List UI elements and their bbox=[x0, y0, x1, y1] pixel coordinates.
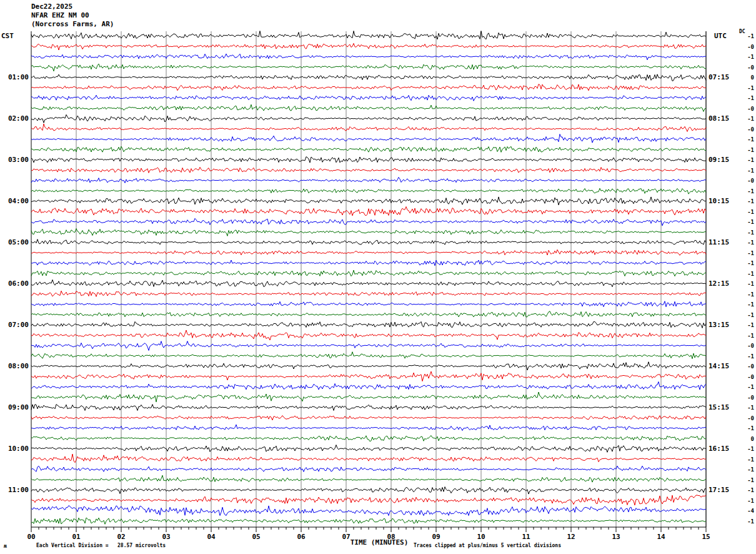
dc-value-label: -1 bbox=[731, 446, 754, 452]
dc-value-label: -1 bbox=[731, 116, 754, 122]
dc-value-label: -0 bbox=[731, 44, 754, 50]
trace-red-10:15 bbox=[31, 454, 706, 463]
left-hour-label: 03:00 bbox=[0, 156, 29, 164]
scale-note-gap bbox=[109, 543, 117, 548]
dc-value-label: -1 bbox=[731, 487, 754, 493]
dc-value-label: 0 bbox=[731, 74, 754, 81]
dc-value-label: -0 bbox=[731, 363, 754, 370]
dc-value-label: -0 bbox=[731, 395, 754, 401]
left-hour-label: 09:00 bbox=[0, 403, 29, 411]
trace-blue-03:30 bbox=[31, 178, 706, 183]
trace-blue-11:30 bbox=[31, 506, 706, 516]
x-tick-label: 14 bbox=[651, 533, 671, 541]
dc-value-label: -1 bbox=[731, 54, 754, 60]
trace-green-11:45 bbox=[31, 518, 706, 524]
trace-blue-07:30 bbox=[31, 341, 706, 351]
trace-blue-09:30 bbox=[31, 425, 706, 431]
scale-note-label: Each Vertical Division = bbox=[36, 543, 109, 548]
trace-black-09:00 bbox=[31, 405, 706, 411]
dc-value-label: -1 bbox=[731, 209, 754, 215]
dc-value-label: -0 bbox=[731, 126, 754, 133]
right-hour-label: 07:15 bbox=[709, 73, 729, 81]
dc-value-label: -1 bbox=[731, 291, 754, 298]
dc-value-label: -1 bbox=[731, 322, 754, 328]
trace-green-04:45 bbox=[31, 229, 706, 236]
dc-value-label: 0 bbox=[731, 436, 754, 442]
left-hour-label: 02:00 bbox=[0, 114, 29, 123]
trace-black-01:00 bbox=[31, 74, 706, 81]
dc-value-label: -1 bbox=[731, 85, 754, 91]
x-tick-label: 12 bbox=[561, 533, 581, 541]
trace-black-04:00 bbox=[31, 197, 706, 205]
dc-value-label: -1 bbox=[731, 477, 754, 483]
left-hour-label: 05:00 bbox=[0, 238, 29, 246]
trace-green-01:45 bbox=[31, 104, 706, 111]
right-hour-label: 09:15 bbox=[709, 156, 729, 164]
trace-red-09:15 bbox=[31, 416, 706, 420]
trace-blue-04:30 bbox=[31, 218, 706, 226]
trace-green-09:45 bbox=[31, 436, 706, 441]
left-hour-label: 06:00 bbox=[0, 280, 29, 288]
dc-value-label: -1 bbox=[731, 456, 754, 463]
x-tick-label: 04 bbox=[201, 533, 221, 541]
trace-green-08:45 bbox=[31, 392, 706, 402]
helicorder-page: Dec22,2025 NFAR EHZ NM 00 (Norcross Farm… bbox=[0, 0, 756, 554]
waveform-glyph-icon: ʍ bbox=[4, 543, 7, 549]
dc-value-label: -1 bbox=[731, 239, 754, 246]
trace-black-03:00 bbox=[31, 157, 706, 163]
dc-value-label: -1 bbox=[731, 136, 754, 143]
dc-value-label: -1 bbox=[731, 498, 754, 504]
trace-red-05:15 bbox=[31, 249, 706, 255]
dc-value-label: -0 bbox=[731, 343, 754, 349]
right-hour-label: 13:15 bbox=[709, 321, 729, 329]
x-tick-label: 02 bbox=[111, 533, 131, 541]
dc-value-label: -0 bbox=[731, 64, 754, 71]
dc-value-label: -0 bbox=[731, 415, 754, 421]
left-hour-label: 07:00 bbox=[0, 321, 29, 329]
dc-value-label: -1 bbox=[731, 466, 754, 473]
x-tick-label: 00 bbox=[21, 533, 41, 541]
clip-note: Traces clipped at plus/minus 5 vertical … bbox=[414, 543, 561, 548]
trace-red-07:15 bbox=[31, 330, 706, 340]
trace-black-00:00 bbox=[31, 31, 706, 39]
trace-red-00:15 bbox=[31, 43, 706, 50]
trace-blue-00:30 bbox=[31, 54, 706, 60]
trace-green-07:45 bbox=[31, 352, 706, 359]
scale-note: Each Vertical Division = 28.57 microvolt… bbox=[36, 543, 166, 548]
right-hour-label: 08:15 bbox=[709, 114, 729, 123]
trace-black-02:00 bbox=[31, 114, 706, 123]
x-tick-label: 11 bbox=[516, 533, 536, 541]
trace-black-11:00 bbox=[31, 487, 706, 495]
trace-red-06:15 bbox=[31, 291, 706, 296]
trace-blue-01:30 bbox=[31, 95, 706, 101]
trace-black-05:00 bbox=[31, 239, 706, 245]
trace-red-04:15 bbox=[31, 207, 706, 216]
dc-value-label: -1 bbox=[731, 384, 754, 390]
dc-value-label: -1 bbox=[731, 260, 754, 266]
dc-value-label: -1 bbox=[731, 301, 754, 308]
dc-value-label: -1 bbox=[731, 147, 754, 153]
dc-value-label: -1 bbox=[731, 333, 754, 339]
trace-red-02:15 bbox=[31, 124, 706, 131]
x-tick-label: 05 bbox=[246, 533, 266, 541]
trace-black-07:00 bbox=[31, 321, 706, 328]
dc-value-label: -1 bbox=[731, 353, 754, 360]
trace-red-03:15 bbox=[31, 167, 706, 173]
right-hour-label: 15:15 bbox=[709, 403, 729, 411]
dc-value-label: -1 bbox=[731, 281, 754, 287]
dc-value-label: -1 bbox=[731, 95, 754, 101]
trace-black-08:00 bbox=[31, 362, 706, 370]
dc-value-label: -0 bbox=[731, 106, 754, 112]
trace-red-08:15 bbox=[31, 371, 706, 381]
x-tick-label: 01 bbox=[66, 533, 86, 541]
right-hour-label: 16:15 bbox=[709, 445, 729, 453]
trace-blue-10:30 bbox=[31, 466, 706, 471]
right-hour-label: 14:15 bbox=[709, 362, 729, 370]
dc-value-label: -1 bbox=[731, 198, 754, 204]
right-hour-label: 11:15 bbox=[709, 238, 729, 246]
trace-green-05:45 bbox=[31, 270, 706, 276]
right-hour-label: 12:15 bbox=[709, 280, 729, 288]
dc-value-label: -1 bbox=[731, 250, 754, 256]
x-tick-label: 15 bbox=[696, 533, 716, 541]
dc-value-label: -1 bbox=[731, 425, 754, 431]
